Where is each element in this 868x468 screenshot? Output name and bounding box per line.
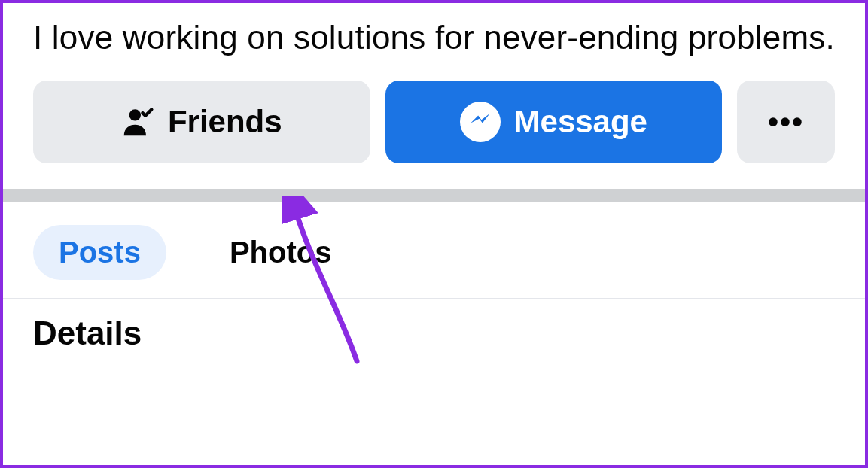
profile-bio-text: I love working on solutions for never-en… <box>33 17 835 58</box>
svg-point-0 <box>129 109 141 120</box>
profile-tabs: Posts Photos <box>3 202 865 298</box>
section-divider <box>3 189 865 202</box>
friends-button[interactable]: Friends <box>33 81 370 163</box>
details-heading: Details <box>3 315 865 352</box>
profile-action-buttons: Friends Message ••• <box>33 81 835 163</box>
tab-photos[interactable]: Photos <box>204 225 358 280</box>
tabs-divider <box>3 298 865 299</box>
message-button-label: Message <box>514 104 647 140</box>
profile-header-section: I love working on solutions for never-en… <box>3 17 865 163</box>
friends-check-icon <box>121 105 154 138</box>
tab-posts[interactable]: Posts <box>33 225 166 280</box>
more-options-button[interactable]: ••• <box>737 81 835 163</box>
friends-button-label: Friends <box>168 104 282 140</box>
tab-photos-label: Photos <box>230 236 332 269</box>
tab-posts-label: Posts <box>59 236 141 269</box>
message-button[interactable]: Message <box>385 81 723 163</box>
ellipsis-icon: ••• <box>768 105 804 139</box>
screenshot-frame: I love working on solutions for never-en… <box>0 0 868 468</box>
messenger-icon <box>460 102 501 142</box>
